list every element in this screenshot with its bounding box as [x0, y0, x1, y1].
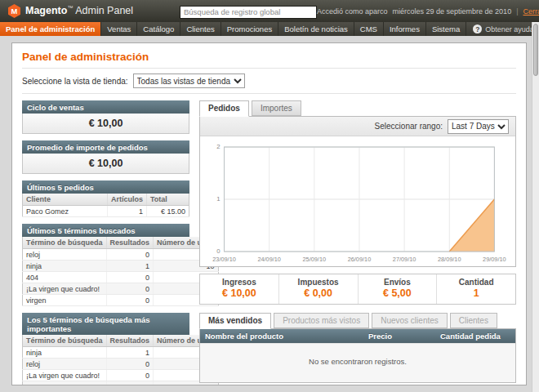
last-search-terms-block: Últimos 5 términos buscados Término de b… — [22, 224, 189, 306]
trademark-symbol: ™ — [67, 5, 73, 11]
vertical-scrollbar[interactable] — [532, 22, 539, 392]
table-cell: Paco Gomez — [23, 206, 108, 217]
svg-text:27/09/10: 27/09/10 — [393, 256, 416, 263]
header-separator: | — [516, 7, 518, 16]
nav-item-catalogo[interactable]: Catálogo — [137, 22, 180, 36]
average-orders-header: Promedio de importe de pedidos — [22, 140, 189, 154]
column-header-nombre-producto: Nombre del producto — [200, 329, 363, 343]
main-nav: Panel de administración Ventas Catálogo … — [0, 22, 539, 36]
product-name: Admin Panel — [75, 6, 133, 17]
table-header-row: Cliente Artículos Total — [23, 194, 189, 206]
tab-productos-mas-vistos[interactable]: Productos más vistos — [274, 313, 369, 328]
column-header-resultados: Resultados — [106, 335, 154, 347]
svg-text:2: 2 — [216, 143, 220, 150]
table-cell: 0 — [106, 359, 154, 370]
table-cell: reloj — [23, 249, 107, 261]
empty-records-message: No se encontraron registros. — [200, 343, 515, 382]
table-cell: 0 — [106, 249, 154, 261]
last-search-terms-body: reloj02ninja11040401¡La virgen que cuadr… — [23, 249, 219, 306]
svg-text:1: 1 — [216, 195, 220, 203]
global-search — [180, 3, 317, 19]
table-row: ninja110 — [23, 261, 219, 272]
store-view-select[interactable]: Todas las vistas de tienda — [133, 74, 245, 88]
table-row: reloj02 — [23, 359, 219, 370]
tab-importes[interactable]: Importes — [252, 100, 301, 116]
table-cell: ¡La virgen que cuadro! — [23, 370, 107, 381]
nav-item-informes[interactable]: Informes — [384, 22, 426, 36]
top-search-terms-header: Los 5 términos de búsqueda más important… — [22, 313, 189, 335]
chart-area: 01223/09/1024/09/1025/09/1026/09/1027/09… — [200, 136, 515, 266]
table-cell: reloj — [23, 359, 107, 370]
tab-nuevos-clientes[interactable]: Nuevos clientes — [372, 313, 448, 328]
dashboard-right-column: Pedidos Importes Seleccionar rango: Last… — [199, 100, 516, 385]
stat-label: Impuestos — [281, 278, 356, 287]
svg-text:23/09/10: 23/09/10 — [212, 256, 236, 263]
nav-item-sistema[interactable]: Sistema — [426, 22, 466, 36]
nav-item-clientes[interactable]: Clientes — [180, 22, 220, 36]
chart-box: Seleccionar rango: Last 7 Days 01223/09/… — [199, 116, 516, 267]
nav-item-cms[interactable]: CMS — [354, 22, 384, 36]
totals-bar: Ingresos € 10,00 Impuestos € 0,00 Envíos… — [199, 274, 516, 305]
dashboard-panel: Panel de administración Seleccione la vi… — [11, 42, 527, 385]
header-date: miércoles 29 de septiembre de 2010 — [393, 7, 512, 16]
help-icon: ? — [473, 24, 482, 33]
column-header-cliente: Cliente — [23, 194, 108, 206]
store-view-switcher: Seleccione la vista de tienda: Todas las… — [22, 69, 516, 93]
tab-pedidos[interactable]: Pedidos — [199, 100, 249, 117]
table-cell: € 15.00 — [147, 206, 189, 217]
nav-item-dashboard[interactable]: Panel de administración — [0, 22, 101, 36]
nav-item-promociones[interactable]: Promociones — [221, 22, 278, 36]
svg-text:26/09/10: 26/09/10 — [348, 256, 372, 263]
last-orders-body: Paco Gomez1€ 15.00 — [23, 206, 189, 217]
table-row: 40401 — [23, 272, 219, 283]
average-orders-value: € 10,00 — [22, 154, 189, 174]
svg-text:25/09/10: 25/09/10 — [303, 256, 327, 263]
last-orders-header: Últimos 5 pedidos — [22, 180, 189, 194]
magento-logo: M Magento™ Admin Panel — [8, 4, 180, 18]
stat-value: 1 — [439, 287, 514, 299]
table-cell: 0 — [106, 381, 154, 386]
table-cell: virgen — [23, 295, 107, 306]
nav-item-ventas[interactable]: Ventas — [101, 22, 137, 36]
global-search-input[interactable] — [180, 6, 317, 19]
table-row: ¡La virgen que cuadro!02 — [23, 283, 219, 295]
top-search-terms-table: Término de búsqueda Resultados Número de… — [22, 335, 219, 385]
stat-envios: Envíos € 5,00 — [358, 274, 437, 304]
table-cell: ninja — [23, 261, 107, 272]
table-row: ¡La virgen que cuadro!02 — [23, 370, 219, 381]
tab-clientes[interactable]: Clientes — [450, 313, 497, 328]
nav-item-boletin[interactable]: Boletín de noticias — [278, 22, 354, 36]
orders-chart: 01223/09/1024/09/1025/09/1026/09/1027/09… — [207, 142, 509, 265]
top-search-terms-block: Los 5 términos de búsqueda más important… — [22, 313, 189, 385]
table-cell: 404 — [23, 272, 107, 283]
app-header: M Magento™ Admin Panel Accedió como apar… — [0, 0, 539, 22]
average-orders-block: Promedio de importe de pedidos € 10,00 — [22, 140, 189, 174]
table-header-row: Término de búsqueda Resultados Número de… — [23, 335, 219, 347]
range-select[interactable]: Last 7 Days — [448, 119, 509, 134]
page-help-link[interactable]: ? Obtener ayuda para esta página — [466, 22, 539, 36]
stat-value: € 10,00 — [202, 287, 277, 299]
column-header-termino: Término de búsqueda — [23, 335, 107, 347]
stat-label: Ingresos — [202, 278, 277, 287]
stat-impuestos: Impuestos € 0,00 — [278, 274, 358, 304]
store-view-label: Seleccione la vista de tienda: — [22, 77, 128, 86]
lifetime-sales-header: Ciclo de ventas — [22, 100, 189, 114]
logged-in-as-text: Accedió como aparco — [317, 7, 388, 16]
stat-label: Cantidad — [439, 278, 514, 287]
column-header-precio: Precio — [363, 329, 435, 343]
stat-value: € 5,00 — [360, 287, 435, 299]
last-search-terms-table: Término de búsqueda Resultados Número de… — [22, 237, 219, 306]
scrollbar-thumb[interactable] — [533, 24, 538, 76]
tab-mas-vendidos[interactable]: Más vendidos — [199, 313, 271, 329]
header-user-area: Accedió como aparco miércoles 29 de sept… — [317, 7, 539, 16]
top-search-terms-body: ninja110reloj02¡La virgen que cuadro!024… — [23, 347, 219, 386]
table-cell: ¡La virgen que cuadro! — [23, 283, 107, 295]
content-area: Panel de administración Seleccione la vi… — [0, 36, 532, 392]
column-header-articulos: Artículos — [107, 194, 146, 206]
column-header-cantidad-pedida: Cantidad pedida — [435, 329, 515, 343]
last-search-terms-header: Últimos 5 términos buscados — [22, 224, 189, 237]
table-cell: 0 — [106, 295, 154, 306]
table-cell: 404 — [23, 381, 107, 386]
table-cell: 1 — [107, 206, 146, 217]
logout-link[interactable]: Cerrar Sesión — [523, 7, 539, 16]
